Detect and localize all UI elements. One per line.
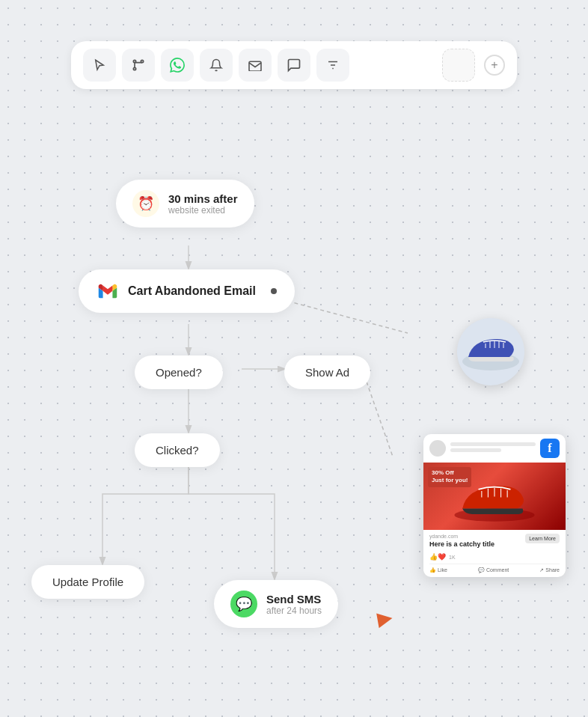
timer-node[interactable]: ⏰ 30 mins after website exited (116, 180, 254, 228)
sms-node[interactable]: 💬 Send SMS after 24 hours (214, 580, 338, 628)
fb-like-action[interactable]: 👍 Like (429, 567, 447, 573)
chat-tool-button[interactable] (278, 49, 310, 82)
fb-meta-line (450, 448, 501, 452)
sms-title: Send SMS (266, 593, 322, 605)
clicked-label: Clicked? (156, 444, 199, 457)
update-profile-node[interactable]: Update Profile (31, 565, 144, 599)
fb-reaction-count: 1K (449, 555, 560, 560)
bell-tool-button[interactable] (200, 49, 233, 82)
shoe-product-card (457, 318, 524, 385)
svg-point-0 (133, 67, 135, 70)
toolbar: + (71, 41, 517, 89)
email-dot (271, 288, 277, 294)
clicked-node[interactable]: Clicked? (135, 433, 220, 467)
sms-subtitle: after 24 hours (266, 605, 322, 616)
fb-ad-image: 30% Off Just for you! (423, 463, 566, 530)
timer-title: 30 mins after (168, 192, 238, 205)
empty-slot (442, 49, 475, 82)
sms-text-block: Send SMS after 24 hours (266, 593, 322, 616)
fb-learn-more-button[interactable]: Learn More (525, 534, 560, 543)
fb-actions-row: 👍 Like 💬 Comment ↗ Share (429, 564, 560, 573)
branch-tool-button[interactable] (122, 49, 155, 82)
sms-icon: 💬 (230, 591, 257, 617)
email-node[interactable]: Cart Abandoned Email (79, 269, 295, 313)
timer-text-block: 30 mins after website exited (168, 192, 238, 216)
flow-canvas: ⏰ 30 mins after website exited Cart Aban… (0, 135, 588, 717)
email-tool-button[interactable] (239, 49, 272, 82)
add-tool-button[interactable]: + (484, 55, 505, 76)
update-profile-label: Update Profile (52, 576, 123, 588)
timer-subtitle: website exited (168, 205, 238, 216)
facebook-logo: f (540, 439, 560, 458)
svg-line-10 (281, 299, 408, 333)
fb-reactions-row: 👍❤️ 1K (429, 553, 560, 561)
whatsapp-tool-button[interactable] (161, 49, 194, 82)
cursor-decoration-icon: ▶ (375, 605, 393, 630)
gmail-icon (97, 280, 119, 302)
timer-icon: ⏰ (132, 190, 159, 217)
fb-card-footer: Learn More ydande.com Here is a catchy t… (423, 530, 566, 577)
svg-marker-12 (102, 286, 113, 295)
show-ad-label: Show Ad (305, 366, 349, 379)
fb-reaction-icons: 👍❤️ (429, 553, 446, 561)
opened-node[interactable]: Opened? (135, 356, 223, 389)
filter-tool-button[interactable] (316, 49, 349, 82)
fb-comment-action[interactable]: 💬 Comment (478, 567, 509, 573)
fb-name-line (450, 442, 536, 446)
fb-avatar (429, 440, 446, 457)
email-label: Cart Abandoned Email (128, 284, 256, 298)
fb-badge-line2: Just for you! (432, 477, 468, 484)
fb-share-action[interactable]: ↗ Share (539, 567, 560, 573)
show-ad-node[interactable]: Show Ad (284, 356, 370, 389)
flow-connectors (0, 135, 588, 717)
opened-label: Opened? (156, 366, 202, 379)
facebook-ad-card: f 30% Off Just for you! Learn Mor (423, 434, 566, 577)
fb-badge-line1: 30% Off (432, 469, 468, 477)
cursor-tool-button[interactable] (83, 49, 116, 82)
fb-card-header: f (423, 434, 566, 463)
fb-user-lines (450, 442, 536, 454)
